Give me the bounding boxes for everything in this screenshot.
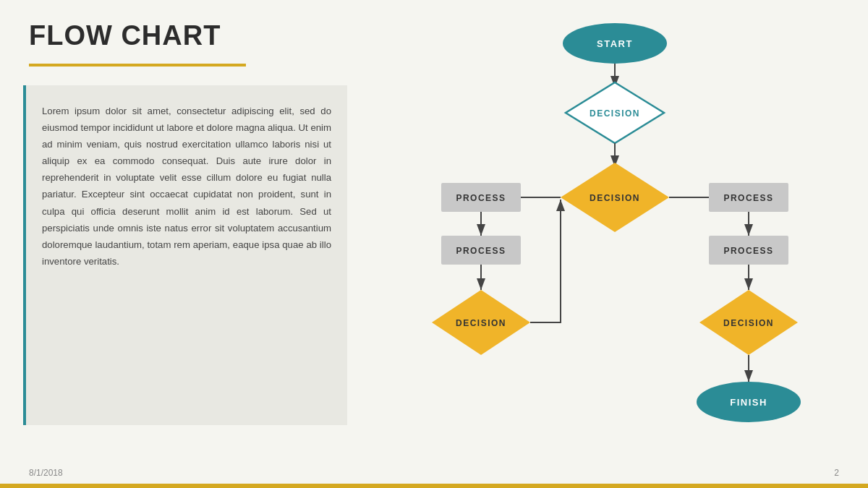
body-text: Lorem ipsum dolor sit amet, consectetur … (42, 103, 331, 270)
footer-page: 2 (834, 468, 839, 478)
process-right1-label: PROCESS (723, 193, 773, 203)
decision-top-label: DECISION (590, 108, 640, 119)
decision-mid-label: DECISION (590, 193, 640, 203)
connector-dl-mid (530, 232, 561, 322)
start-label: START (597, 38, 633, 49)
slide: FLOW CHART Lorem ipsum dolor sit amet, c… (0, 0, 868, 488)
decision-right-label: DECISION (723, 318, 774, 328)
process-left2-label: PROCESS (456, 246, 506, 256)
process-left1-label: PROCESS (456, 193, 506, 203)
flowchart: START DECISION DECISION PROCESS (383, 13, 846, 468)
process-right2-label: PROCESS (723, 246, 773, 256)
title-underline (29, 64, 246, 67)
decision-left-label: DECISION (456, 318, 506, 328)
finish-label: FINISH (730, 397, 767, 408)
text-box: Lorem ipsum dolor sit amet, consectetur … (23, 85, 347, 425)
page-title: FLOW CHART (29, 20, 221, 51)
bottom-bar (0, 484, 868, 488)
footer-date: 8/1/2018 (29, 468, 63, 478)
